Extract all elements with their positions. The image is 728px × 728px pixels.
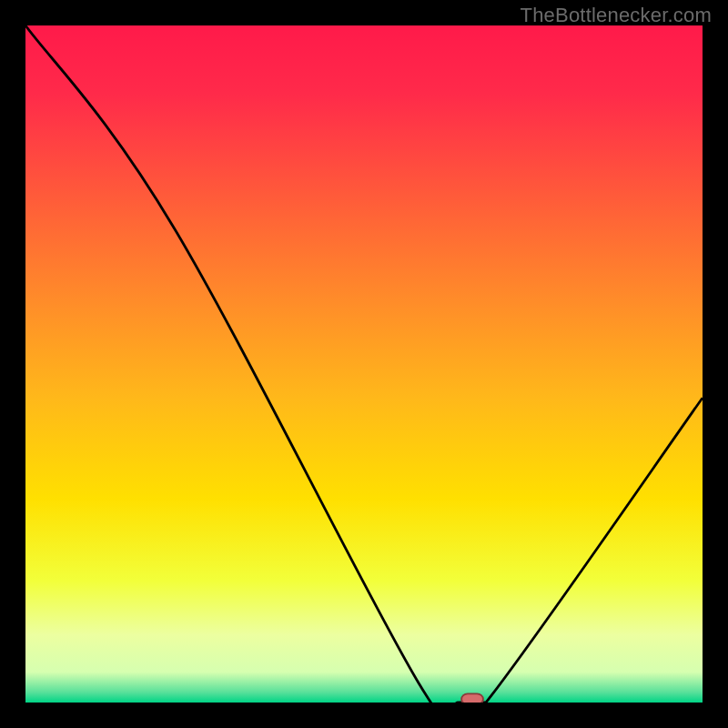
chart-frame: { "watermark": "TheBottlenecker.com", "c… bbox=[0, 0, 728, 728]
watermark-text: TheBottlenecker.com bbox=[521, 4, 712, 27]
optimal-marker bbox=[461, 693, 483, 703]
bottleneck-chart bbox=[25, 25, 703, 703]
gradient-background bbox=[25, 25, 703, 703]
